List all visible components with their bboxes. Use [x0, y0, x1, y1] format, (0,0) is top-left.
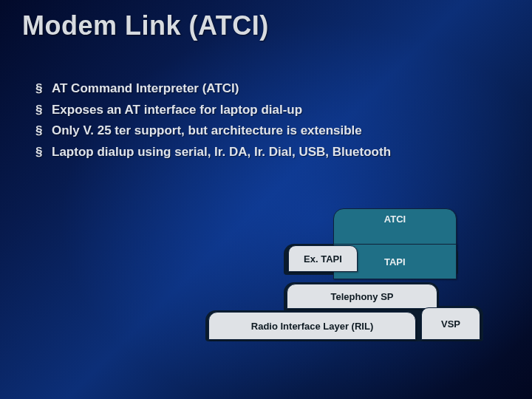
- box-label: TAPI: [380, 256, 410, 267]
- box-extapi: Ex. TAPI: [288, 245, 358, 272]
- box-ril: Radio Interface Layer (RIL): [208, 312, 416, 340]
- box-atci: ATCI: [333, 208, 457, 248]
- box-label: Radio Interface Layer (RIL): [247, 321, 378, 332]
- box-vsp: VSP: [421, 307, 480, 340]
- box-telephony-sp: Telephony SP: [287, 284, 437, 309]
- box-label: ATCI: [380, 214, 410, 225]
- box-label: VSP: [437, 318, 465, 330]
- box-label: Ex. TAPI: [299, 253, 347, 265]
- box-label: Telephony SP: [327, 291, 398, 302]
- architecture-diagram: ATCI TAPI Ex. TAPI Telephony SP Radio In…: [0, 0, 532, 399]
